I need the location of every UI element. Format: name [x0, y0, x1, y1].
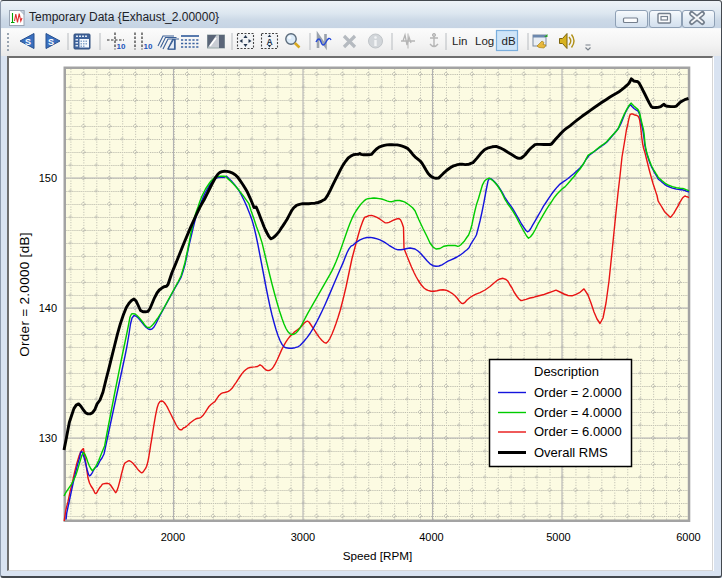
svg-text:Speed [RPM]: Speed [RPM]: [343, 549, 413, 562]
svg-text:Order = 6.0000: Order = 6.0000: [534, 424, 622, 439]
svg-text:Order = 4.0000: Order = 4.0000: [534, 405, 622, 420]
svg-text:2000: 2000: [161, 531, 185, 543]
svg-text:5000: 5000: [546, 531, 570, 543]
svg-text:Order = 2.0000 [dB]: Order = 2.0000 [dB]: [17, 232, 32, 357]
svg-text:Description: Description: [534, 364, 599, 379]
svg-text:130: 130: [39, 432, 57, 444]
svg-text:6000: 6000: [676, 531, 700, 543]
svg-text:140: 140: [39, 302, 57, 314]
svg-text:4000: 4000: [419, 531, 443, 543]
svg-text:Overall RMS: Overall RMS: [534, 445, 608, 460]
svg-text:150: 150: [39, 172, 57, 184]
svg-text:3000: 3000: [291, 531, 315, 543]
svg-text:Order = 2.0000: Order = 2.0000: [534, 385, 622, 400]
